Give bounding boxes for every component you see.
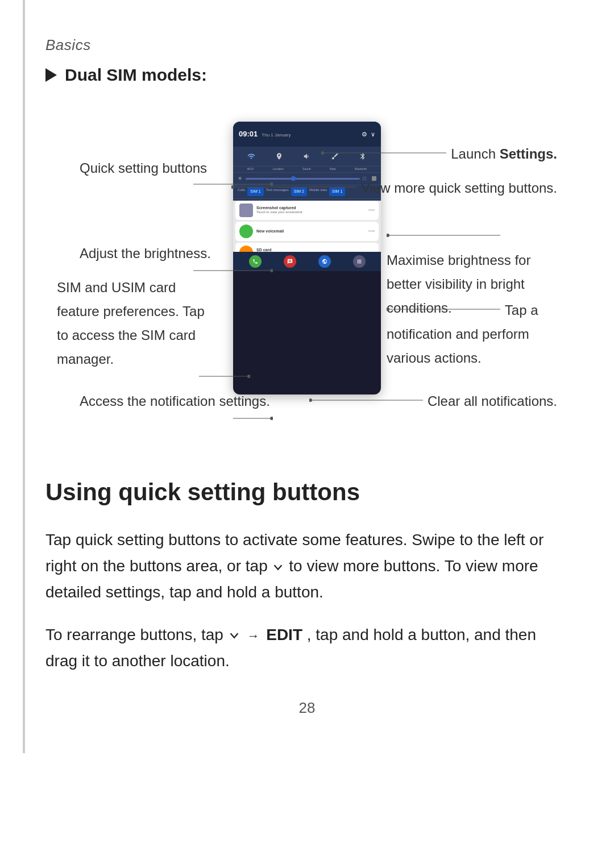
call-text: New voicemail — [256, 229, 284, 234]
screenshot-text: Screenshot captured Touch to view your s… — [256, 205, 302, 215]
section-para1: Tap quick setting buttons to activate so… — [45, 527, 569, 606]
status-icons: ⚙ ∨ — [362, 130, 375, 139]
screenshot-notification: Screenshot captured Touch to view your s… — [235, 201, 379, 220]
sim-label: SIM and USIM card feature preferences. T… — [57, 280, 205, 367]
svg-point-7 — [270, 269, 273, 272]
annotation-clear-notif: Clear all notifications. — [309, 389, 557, 413]
page: Basics Dual SIM models: 09:01 Thu 1 Janu… — [0, 0, 614, 753]
line-brightness — [80, 265, 273, 276]
quick-settings-label: Quick setting buttons — [80, 160, 207, 176]
chevron-icon-inline2 — [228, 629, 240, 642]
clear-notifications-label: Clear all notifications. — [428, 393, 557, 409]
svg-point-15 — [270, 417, 273, 420]
triangle-icon — [45, 68, 57, 82]
apps-action-icon — [353, 255, 366, 268]
gear-icon: ⚙ — [362, 130, 367, 139]
view-more-label: View more quick setting buttons. — [361, 180, 557, 196]
svg-point-11 — [247, 375, 250, 378]
message-action-icon — [284, 255, 296, 268]
browser-action-icon — [318, 255, 331, 268]
annotation-access-notif: Access the notification settings. — [80, 389, 273, 424]
access-notif-label: Access the notification settings. — [80, 393, 270, 409]
annotation-launch-settings: Launch Settings. — [321, 142, 557, 165]
call-notification: New voicemail now — [235, 222, 379, 241]
brightness-label: Adjust the brightness. — [80, 246, 211, 261]
status-time: 09:01 Thu 1 January — [239, 128, 291, 140]
screenshot-time: now — [368, 207, 375, 213]
line-tap-notif — [387, 304, 500, 315]
page-number: 28 — [45, 697, 569, 719]
line-clear-notif — [309, 394, 423, 406]
dual-sim-heading: Dual SIM models: — [45, 62, 569, 88]
breadcrumb: Basics — [45, 34, 569, 56]
section-heading: Using quick setting buttons — [45, 474, 569, 510]
line-access-notif — [80, 413, 273, 424]
line-sim — [57, 371, 250, 382]
chevron-down-icon: ∨ — [371, 130, 375, 139]
annotation-view-more: View more quick setting buttons. — [231, 176, 557, 200]
line-view-more — [231, 181, 356, 193]
diagram-container: 09:01 Thu 1 January ⚙ ∨ — [45, 110, 569, 440]
arrow-right-icon: → — [247, 626, 259, 646]
sound-icon — [301, 150, 313, 163]
call-icon — [239, 225, 253, 238]
annotation-brightness: Adjust the brightness. — [80, 241, 273, 276]
line-launch-settings — [321, 147, 446, 159]
line-maximise — [387, 230, 500, 241]
location-icon — [273, 150, 285, 163]
screenshot-icon-box — [239, 203, 253, 217]
call-time: now — [368, 229, 375, 234]
chevron-icon-inline — [272, 561, 284, 574]
annotation-tap-notif: Tap a notification and perform various a… — [387, 298, 557, 369]
launch-settings-label: Launch Settings. — [451, 146, 557, 161]
section-para2: To rearrange buttons, tap → EDIT , tap a… — [45, 622, 569, 674]
annotation-sim: SIM and USIM card feature preferences. T… — [57, 275, 210, 382]
dual-sim-label: Dual SIM models: — [65, 62, 207, 88]
